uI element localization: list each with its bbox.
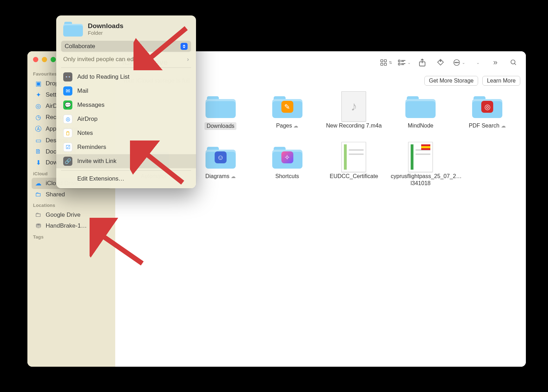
- desktop-icon: ▭: [34, 137, 42, 144]
- get-more-storage-button[interactable]: Get More Storage: [424, 76, 478, 86]
- file-item-cyprus[interactable]: cyprusflightpass_25_07_2…l341018: [389, 144, 452, 187]
- svg-point-15: [458, 62, 458, 63]
- popover-subtitle: Folder: [88, 30, 123, 36]
- svg-line-17: [515, 64, 516, 65]
- chevron-down-icon: ⌄: [462, 60, 465, 65]
- group-by-button[interactable]: ⌄: [397, 57, 411, 68]
- file-item-new-recording[interactable]: ♪ New Recording 7.m4a: [322, 93, 385, 130]
- file-item-diagrams[interactable]: ☺ Diagrams☁: [189, 144, 252, 187]
- document-icon: [341, 142, 366, 172]
- share-popover: Downloads Folder Collaborate Only invite…: [56, 15, 196, 188]
- file-item-pages[interactable]: ✎ Pages☁: [256, 93, 319, 130]
- file-item-eudcc[interactable]: EUDCC_Certificate: [322, 144, 385, 187]
- share-reminders[interactable]: ☑ Reminders: [56, 140, 196, 154]
- svg-point-14: [456, 62, 457, 63]
- pdf-search-app-icon: ◎: [481, 101, 493, 113]
- link-icon: 🔗: [63, 157, 72, 166]
- svg-rect-7: [398, 63, 400, 65]
- eject-icon[interactable]: ⏏: [103, 223, 108, 229]
- svg-rect-0: [380, 60, 383, 62]
- share-button[interactable]: [416, 57, 429, 68]
- cloud-download-icon: ☁: [501, 123, 506, 129]
- minimize-window-button[interactable]: [42, 57, 47, 62]
- glasses-icon: 👓: [63, 72, 72, 81]
- share-invite-with-link[interactable]: 🔗 Invite with Link: [56, 154, 196, 168]
- sidebar-item-google-drive[interactable]: 🗀Google Drive: [32, 209, 111, 220]
- shortcuts-app-icon: ✧: [281, 151, 293, 163]
- folder-icon: ✧: [272, 145, 302, 169]
- file-item-downloads[interactable]: Downloads: [189, 93, 252, 130]
- search-button[interactable]: [507, 57, 520, 68]
- file-item-shortcuts[interactable]: ✧ Shortcuts: [256, 144, 319, 187]
- more-icon: »: [493, 58, 497, 67]
- overflow-toolbar-2[interactable]: »: [489, 57, 502, 68]
- folder-icon: ✎: [272, 95, 302, 118]
- sidebar-heading-locations: Locations: [33, 203, 110, 208]
- notes-icon: 🗒: [63, 129, 72, 138]
- chevron-right-icon: ›: [187, 56, 189, 63]
- permission-row[interactable]: Only invited people can edit. ›: [56, 53, 196, 65]
- popover-title: Downloads: [88, 22, 123, 30]
- airdrop-icon: ◎: [63, 115, 72, 124]
- applications-icon: Ⓐ: [34, 125, 42, 133]
- collaborate-mode-select[interactable]: Collaborate: [61, 41, 191, 52]
- popover-header: Downloads Folder: [56, 20, 196, 41]
- sidebar-item-shared[interactable]: 🗀Shared: [32, 189, 111, 200]
- tags-button[interactable]: [434, 57, 447, 68]
- audio-file-icon: ♪: [341, 91, 366, 122]
- cloud-download-icon: ☁: [293, 123, 298, 129]
- folder-icon: ◎: [472, 95, 502, 118]
- sidebar-heading-tags: Tags: [33, 234, 110, 240]
- overflow-toolbar-1[interactable]: ⌄: [470, 57, 484, 68]
- share-notes[interactable]: 🗒 Notes: [56, 126, 196, 140]
- chevron-down-icon: ⌄: [476, 60, 479, 65]
- disk-icon: ⛃: [34, 222, 42, 230]
- cloud-icon: ☁: [34, 179, 42, 187]
- share-messages[interactable]: 💬 Messages: [56, 98, 196, 112]
- zoom-window-button[interactable]: [51, 57, 56, 62]
- svg-point-16: [511, 60, 515, 64]
- chevron-updown-icon: ⇅: [389, 60, 392, 65]
- share-reading-list[interactable]: 👓 Add to Reading List: [56, 70, 196, 84]
- clock-icon: ◷: [34, 113, 42, 121]
- action-menu-button[interactable]: ⌄: [452, 57, 465, 68]
- folder-icon: [405, 95, 436, 118]
- settings-icon: ✦: [34, 91, 42, 99]
- chevron-down-icon: ⌄: [407, 60, 411, 65]
- diagrams-app-icon: ☺: [215, 151, 227, 163]
- chevron-updown-icon: [181, 43, 188, 50]
- svg-point-11: [440, 60, 441, 61]
- file-item-mindnode[interactable]: MindNode: [389, 93, 452, 130]
- svg-rect-2: [380, 63, 383, 65]
- file-item-pdf-search[interactable]: ◎ PDF Search☁: [456, 93, 519, 130]
- messages-icon: 💬: [63, 100, 72, 110]
- folder-icon: ▣: [34, 80, 42, 87]
- documents-icon: 🗎: [34, 148, 42, 155]
- sidebar-item-handbrake[interactable]: ⛃HandBrake-1…⏏: [32, 220, 111, 231]
- edit-extensions[interactable]: Edit Extensions…: [56, 173, 196, 185]
- airdrop-icon: ◎: [34, 102, 42, 110]
- document-icon: [408, 142, 433, 172]
- svg-rect-3: [384, 63, 386, 65]
- reminders-icon: ☑: [63, 143, 72, 152]
- drive-icon: 🗀: [34, 211, 42, 218]
- view-icons-button[interactable]: ⇅: [379, 57, 392, 68]
- share-mail[interactable]: ✉ Mail: [56, 84, 196, 98]
- downloads-icon: ⬇: [34, 159, 42, 166]
- svg-rect-1: [384, 60, 386, 62]
- svg-rect-4: [398, 60, 400, 62]
- folder-icon: [205, 95, 236, 118]
- pages-app-icon: ✎: [281, 101, 293, 113]
- share-airdrop[interactable]: ◎ AirDrop: [56, 112, 196, 126]
- mail-icon: ✉: [63, 86, 72, 96]
- svg-point-13: [455, 62, 455, 63]
- folder-icon: ☺: [205, 145, 236, 169]
- cloud-download-icon: ☁: [231, 174, 236, 179]
- learn-more-button[interactable]: Learn More: [482, 76, 520, 86]
- close-window-button[interactable]: [33, 57, 38, 62]
- folder-icon: [63, 21, 83, 37]
- shared-folder-icon: 🗀: [34, 191, 42, 198]
